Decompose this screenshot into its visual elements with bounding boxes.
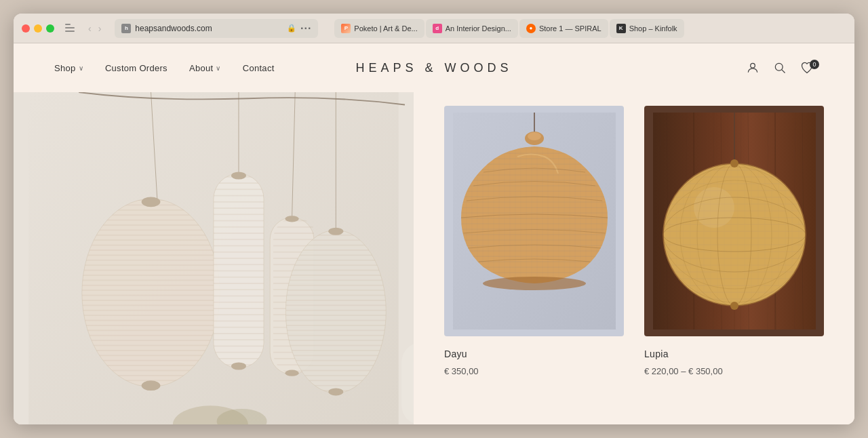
svg-point-67 (730, 159, 738, 167)
hero-image (14, 92, 414, 424)
nav-left: Shop ∨ Custom Orders About ∨ Contact (54, 63, 275, 73)
browser-tabs: P Poketo | Art & De... d An Interior Des… (334, 19, 846, 38)
product-image-dayu (444, 106, 624, 336)
svg-point-56 (663, 163, 806, 306)
tab-dribbble-favicon: d (433, 24, 442, 33)
svg-rect-15 (82, 199, 220, 386)
svg-point-0 (751, 63, 755, 68)
svg-point-33 (328, 388, 343, 395)
tab-dribbble[interactable]: d An Interior Design... (426, 19, 518, 38)
svg-point-68 (730, 302, 738, 310)
svg-point-27 (285, 216, 298, 222)
svg-rect-34 (401, 343, 414, 424)
traffic-lights (22, 24, 54, 33)
svg-point-17 (142, 197, 161, 207)
product-title-dayu: Dayu (444, 349, 624, 359)
account-icon (746, 61, 760, 75)
tab-poketo-favicon: P (341, 24, 351, 33)
tab-kinfolk[interactable]: K Shop – Kinfolk (610, 19, 684, 38)
product-image-lupia (644, 106, 824, 336)
account-button[interactable] (746, 61, 760, 75)
tab-poketo-label: Poketo | Art & De... (354, 24, 417, 33)
address-bar[interactable]: h heapsandwoods.com 🔒 ··· (115, 19, 318, 38)
tab-spiral-favicon: ● (526, 24, 536, 33)
svg-point-42 (528, 132, 541, 140)
url-text: heapsandwoods.com (135, 24, 283, 33)
lock-icon: 🔒 (287, 24, 296, 33)
svg-rect-30 (285, 230, 386, 393)
site-logo[interactable]: HEAPS & WOODS (355, 61, 512, 75)
svg-point-18 (142, 380, 161, 391)
cart-count-badge: 0 (810, 60, 819, 69)
tab-kinfolk-favicon: K (616, 24, 626, 33)
site-navigation: Shop ∨ Custom Orders About ∨ Contact HEA… (14, 43, 854, 92)
wishlist-button[interactable]: 0 (800, 61, 814, 75)
products-area: Dayu € 350,00 (14, 92, 854, 424)
nav-arrows: ‹ › (85, 22, 104, 35)
forward-button[interactable]: › (96, 22, 104, 35)
minimize-button[interactable] (34, 24, 42, 33)
browser-window: ‹ › h heapsandwoods.com 🔒 ··· P Poketo |… (14, 14, 854, 424)
svg-point-23 (231, 362, 246, 370)
svg-point-32 (328, 228, 343, 235)
nav-right: 0 (746, 61, 814, 75)
browser-controls: ‹ › (65, 22, 104, 35)
about-chevron-icon: ∨ (216, 64, 220, 72)
svg-rect-20 (214, 174, 264, 368)
svg-line-2 (782, 70, 785, 73)
sidebar-toggle-button[interactable] (65, 24, 79, 33)
dayu-lamp-illustration (453, 113, 616, 330)
site-favicon: h (121, 24, 131, 33)
products-grid: Dayu € 350,00 (414, 92, 854, 424)
svg-point-43 (483, 277, 586, 290)
product-card-dayu[interactable]: Dayu € 350,00 (434, 106, 634, 411)
nav-about[interactable]: About ∨ (189, 63, 221, 73)
product-title-lupia: Lupia (644, 349, 824, 359)
lupia-lamp-illustration (653, 113, 816, 330)
tab-dribbble-label: An Interior Design... (446, 24, 511, 33)
search-button[interactable] (773, 61, 787, 75)
tab-spiral[interactable]: ● Store 1 — SPIRAL (519, 19, 608, 38)
close-button[interactable] (22, 24, 30, 33)
search-icon (773, 61, 787, 75)
lanterns-container (14, 92, 414, 424)
back-button[interactable]: ‹ (85, 22, 94, 35)
more-options-icon[interactable]: ··· (300, 22, 311, 35)
website-content: Shop ∨ Custom Orders About ∨ Contact HEA… (14, 43, 854, 424)
svg-point-28 (285, 370, 298, 376)
nav-shop[interactable]: Shop ∨ (54, 63, 83, 73)
product-card-lupia[interactable]: Lupia € 220,00 – € 350,00 (634, 106, 834, 411)
browser-titlebar: ‹ › h heapsandwoods.com 🔒 ··· P Poketo |… (14, 14, 854, 43)
maximize-button[interactable] (46, 24, 54, 33)
shop-chevron-icon: ∨ (79, 64, 83, 72)
lanterns-illustration (14, 92, 414, 424)
svg-point-22 (231, 172, 246, 179)
product-price-lupia: € 220,00 – € 350,00 (644, 366, 824, 376)
svg-point-1 (775, 63, 783, 71)
product-price-dayu: € 350,00 (444, 366, 624, 376)
tab-poketo[interactable]: P Poketo | Art & De... (334, 19, 424, 38)
tab-kinfolk-label: Shop – Kinfolk (629, 24, 677, 33)
nav-custom-orders[interactable]: Custom Orders (105, 63, 167, 73)
nav-contact[interactable]: Contact (243, 63, 275, 73)
tab-spiral-label: Store 1 — SPIRAL (539, 24, 601, 33)
